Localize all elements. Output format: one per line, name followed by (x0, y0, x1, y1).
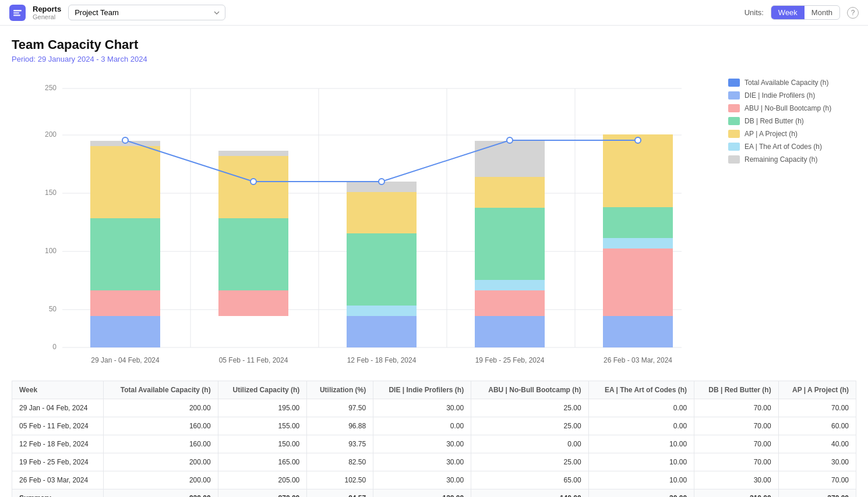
legend-swatch-db (728, 117, 740, 125)
table-row: 19 Feb - 25 Feb, 2024 200.00 165.00 82.5… (12, 453, 856, 471)
cell-die: 120.00 (373, 489, 471, 498)
legend-item-ea: EA | The Art of Codes (h) (728, 143, 856, 151)
app-subtitle: General (33, 13, 61, 20)
col-die: DIE | Indie Profilers (h) (373, 381, 471, 399)
legend-swatch-remaining (728, 155, 740, 164)
bar1-db (90, 218, 160, 290)
cell-util: 97.50 (307, 399, 373, 417)
bar4-ap (475, 177, 545, 208)
col-week: Week (12, 381, 104, 399)
data-table: Week Total Available Capacity (h) Utiliz… (12, 381, 856, 497)
cell-ap: 70.00 (778, 399, 856, 417)
legend-swatch-die (728, 91, 740, 100)
app-logo (9, 5, 26, 21)
cell-db: 70.00 (694, 453, 779, 471)
svg-rect-2 (13, 15, 20, 16)
line-dot-5 (635, 137, 641, 143)
cell-tac: 200.00 (104, 471, 218, 489)
svg-text:200: 200 (45, 130, 57, 139)
bar5-ap (603, 134, 673, 207)
cell-uc: 205.00 (218, 471, 307, 489)
legend-item-ap: AP | A Project (h) (728, 130, 856, 138)
bar5-ea (603, 238, 673, 248)
cell-db: 70.00 (694, 399, 779, 417)
legend-item-tac: Total Available Capacity (h) (728, 79, 856, 87)
cell-db: 310.00 (694, 489, 779, 498)
bar3-db (347, 233, 417, 306)
legend-swatch-tac (728, 79, 740, 87)
bar4-remaining (475, 141, 545, 177)
cell-tac: 200.00 (104, 453, 218, 471)
svg-text:250: 250 (45, 84, 57, 92)
table-row: 05 Feb - 11 Feb, 2024 160.00 155.00 96.8… (12, 417, 856, 435)
cell-week: 12 Feb - 18 Feb, 2024 (12, 435, 104, 453)
cell-week: 29 Jan - 04 Feb, 2024 (12, 399, 104, 417)
cell-ap: 30.00 (778, 453, 856, 471)
cell-ea: 0.00 (588, 417, 694, 435)
cell-tac: 200.00 (104, 399, 218, 417)
col-uc: Utilized Capacity (h) (218, 381, 307, 399)
svg-text:0: 0 (52, 343, 57, 351)
x-label-5: 26 Feb - 03 Mar, 2024 (604, 356, 672, 364)
cell-tac: 160.00 (104, 435, 218, 453)
week-button[interactable]: Week (771, 6, 805, 19)
cell-util: 93.75 (307, 435, 373, 453)
line-dot-2 (250, 179, 256, 184)
cell-uc: 150.00 (218, 435, 307, 453)
bar5-db (603, 207, 673, 238)
line-dot-3 (379, 179, 384, 184)
svg-rect-0 (13, 10, 22, 12)
app-header: Reports General Project Team Units: Week… (0, 0, 868, 26)
col-tac: Total Available Capacity (h) (104, 381, 218, 399)
capacity-line (125, 140, 638, 182)
legend-label-remaining: Remaining Capacity (h) (744, 155, 817, 164)
bar5-abu (603, 248, 673, 316)
legend-item-db: DB | Red Butter (h) (728, 117, 856, 125)
col-ea: EA | The Art of Codes (h) (588, 381, 694, 399)
help-icon[interactable]: ? (847, 7, 859, 19)
cell-ea: 10.00 (588, 435, 694, 453)
legend-item-abu: ABU | No-Bull Bootcamp (h) (728, 104, 856, 112)
cell-ea: 10.00 (588, 471, 694, 489)
unit-toggle-group: Week Month (771, 5, 840, 20)
legend-swatch-ap (728, 130, 740, 138)
cell-abu: 140.00 (471, 489, 588, 498)
bar2-remaining (218, 151, 288, 156)
app-title-group: Reports General (33, 5, 61, 20)
cell-abu: 65.00 (471, 471, 588, 489)
bar1-die (90, 316, 160, 347)
cell-tac: 160.00 (104, 417, 218, 435)
bar3-ea (347, 306, 417, 316)
table-row: Summary 920.00 870.00 94.57 120.00 140.0… (12, 489, 856, 498)
bar2-abu (218, 290, 288, 316)
x-label-4: 19 Feb - 25 Feb, 2024 (475, 356, 545, 364)
chart-container: 250 200 150 100 50 0 (12, 73, 856, 371)
table-row: 12 Feb - 18 Feb, 2024 160.00 150.00 93.7… (12, 435, 856, 453)
cell-db: 70.00 (694, 435, 779, 453)
chart-title: Team Capacity Chart (12, 37, 856, 52)
cell-abu: 25.00 (471, 453, 588, 471)
project-team-dropdown[interactable]: Project Team (68, 5, 225, 20)
svg-text:150: 150 (45, 189, 57, 197)
cell-uc: 155.00 (218, 417, 307, 435)
line-dot-4 (507, 137, 513, 143)
table-row: 29 Jan - 04 Feb, 2024 200.00 195.00 97.5… (12, 399, 856, 417)
cell-ea: 0.00 (588, 399, 694, 417)
cell-uc: 165.00 (218, 453, 307, 471)
x-label-2: 05 Feb - 11 Feb, 2024 (219, 356, 288, 364)
legend-label-die: DIE | Indie Profilers (h) (744, 91, 815, 100)
cell-util: 94.57 (307, 489, 373, 498)
cell-abu: 25.00 (471, 417, 588, 435)
cell-die: 30.00 (373, 435, 471, 453)
svg-text:50: 50 (49, 305, 57, 313)
cell-abu: 25.00 (471, 399, 588, 417)
legend-item-remaining: Remaining Capacity (h) (728, 155, 856, 164)
cell-abu: 0.00 (471, 435, 588, 453)
legend-swatch-abu (728, 104, 740, 112)
chart-period: Period: 29 January 2024 - 3 March 2024 (12, 55, 856, 63)
chart-area: 250 200 150 100 50 0 (12, 73, 717, 371)
cell-util: 82.50 (307, 453, 373, 471)
bar2-ap (218, 156, 288, 218)
cell-die: 30.00 (373, 399, 471, 417)
month-button[interactable]: Month (805, 6, 839, 19)
